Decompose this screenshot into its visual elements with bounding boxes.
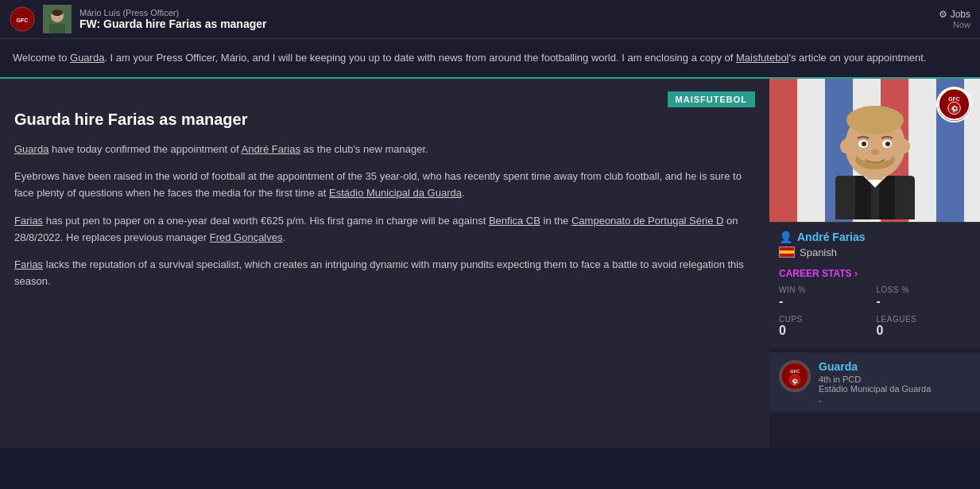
manager-name-row: 👤 André Farias [779,231,970,243]
career-stats-header[interactable]: CAREER STATS [779,268,970,279]
club-stadium: Estádio Municipal da Guarda [819,384,931,394]
estadio-link[interactable]: Estádio Municipal da Guarda [329,187,462,199]
article-para-2: Eyebrows have been raised in the world o… [14,169,755,202]
leagues-label: LEAGUES [877,315,971,324]
loss-pct-stat: LOSS % - [877,285,971,309]
win-pct-label: WIN % [779,285,873,294]
svg-text:GFC: GFC [17,17,29,23]
club-standing: 4th in PCD [819,375,931,384]
loss-pct-label: LOSS % [877,285,971,294]
svg-point-20 [871,149,879,155]
club-extra: - [819,395,931,405]
email-subject: FW: Guarda hire Farias as manager [79,17,267,30]
svg-text:GFC: GFC [790,369,800,374]
farias-link-2[interactable]: Farias [14,258,43,270]
article-body: Guarda have today confirmed the appointm… [14,142,755,291]
svg-point-13 [846,106,904,134]
club-info: Guarda 4th in PCD Estádio Municipal da G… [819,360,931,405]
article-para-3: Farias has put pen to paper on a one-yea… [14,213,755,246]
svg-text:GFC: GFC [948,96,959,102]
header-info: Mário Luís (Press Officer) FW: Guarda hi… [79,8,267,30]
press-officer-avatar [43,5,72,33]
intro-text-2: . I am your Press Officer, Mário, and I … [104,52,736,64]
svg-rect-8 [855,176,871,219]
intro-section: Welcome to Guarda. I am your Press Offic… [0,39,980,79]
svg-rect-4 [49,24,65,33]
benfica-cb-link[interactable]: Benfica CB [489,215,540,227]
maisfutebol-link[interactable]: Maisfutebol [736,52,788,64]
leagues-stat: LEAGUES 0 [877,315,971,338]
article-headline: Guarda hire Farias as manager [14,107,755,129]
jobs-icon: ⚙ [939,9,947,20]
top-header: GFC Mário Luís (Press Officer) FW: Guard… [0,0,980,39]
loss-pct-value: - [877,294,971,309]
fred-link[interactable]: Fred Gonçalves [210,231,283,243]
cups-stat: CUPS 0 [779,315,873,338]
spain-flag-icon [779,246,795,258]
club-card: GFC ⚽ Guarda 4th in PCD Estádio Municipa… [769,352,980,413]
jobs-text: Jobs [951,9,970,20]
guarda-link-para1[interactable]: Guarda [14,143,48,155]
club-badge-sidebar: GFC ⚽ [779,360,811,392]
nationality-text: Spanish [800,246,837,258]
manager-photo: GFC ⚽ [769,79,980,222]
manager-face [812,80,939,222]
svg-point-21 [840,139,851,153]
intro-text-3: 's article on your appointment. [789,52,927,64]
svg-point-18 [862,142,866,146]
svg-point-22 [899,139,910,153]
leagues-value: 0 [877,324,971,338]
win-pct-value: - [779,294,873,309]
svg-text:⚽: ⚽ [792,377,799,384]
article-section: MAISFUTEBOL Guarda hire Farias as manage… [0,79,769,448]
andre-farias-link[interactable]: André Farias [241,143,300,155]
club-badge-header: GFC [10,6,35,32]
intro-text-1: Welcome to [13,52,70,64]
article-para-1: Guarda have today confirmed the appointm… [14,142,755,158]
svg-text:⚽: ⚽ [951,105,959,113]
header-right: ⚙ Jobs Now [939,9,970,29]
win-pct-stat: WIN % - [779,285,873,309]
jobs-label[interactable]: ⚙ Jobs [939,9,970,20]
manager-name: André Farias [797,231,866,243]
person-icon: 👤 [779,231,792,243]
right-sidebar: GFC ⚽ 👤 André Farias Spanish CAREER STAT… [769,79,980,448]
header-left: GFC Mário Luís (Press Officer) FW: Guard… [10,5,267,33]
press-officer-name: Mário Luís (Press Officer) [79,8,267,17]
svg-point-6 [52,10,63,16]
cups-value: 0 [779,324,873,338]
source-badge: MAISFUTEBOL [668,91,755,107]
main-content: MAISFUTEBOL Guarda hire Farias as manage… [0,79,980,448]
stats-grid: WIN % - LOSS % - CUPS 0 LEAGUES 0 [779,285,970,338]
now-text: Now [939,20,970,29]
farias-link-1[interactable]: Farias [14,215,43,227]
cups-label: CUPS [779,315,873,324]
article-para-4: Farias lacks the reputation of a surviva… [14,257,755,290]
manager-info-card: 👤 André Farias Spanish CAREER STATS WIN … [769,222,980,349]
photo-club-badge: GFC ⚽ [936,87,972,122]
nationality-row: Spanish [779,246,970,258]
svg-point-19 [885,142,890,146]
guarda-link[interactable]: Guarda [70,52,104,64]
club-name[interactable]: Guarda [819,360,931,373]
svg-rect-9 [879,176,895,219]
campeonato-link[interactable]: Campeonato de Portugal Série D [571,215,724,227]
